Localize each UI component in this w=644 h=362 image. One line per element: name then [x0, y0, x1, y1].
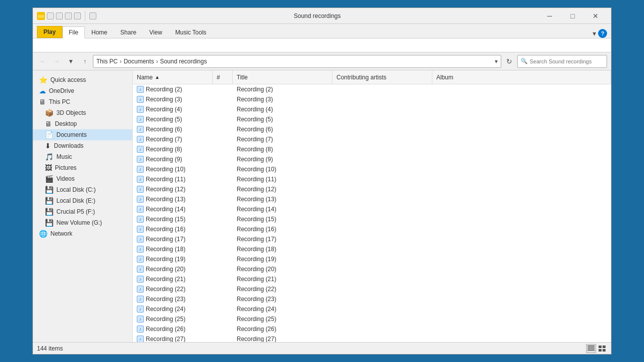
path-sound-recordings[interactable]: Sound recordings — [160, 58, 207, 65]
path-dropdown-arrow[interactable]: ▾ — [495, 58, 498, 65]
sidebar-item-onedrive[interactable]: ☁ OneDrive — [33, 85, 132, 96]
back-button[interactable]: ← — [37, 55, 49, 67]
address-path[interactable]: This PC › Documents › Sound recordings ▾ — [93, 55, 501, 68]
toolbar-icon-4[interactable] — [74, 12, 81, 19]
sidebar-item-downloads[interactable]: ⬇ Downloads — [33, 140, 132, 151]
recent-button[interactable]: ▼ — [65, 55, 77, 67]
toolbar-icon-3[interactable] — [65, 12, 72, 19]
sidebar-item-music[interactable]: 🎵 Music — [33, 151, 132, 162]
downloads-icon: ⬇ — [45, 142, 51, 150]
tab-share[interactable]: Share — [114, 26, 143, 38]
path-documents[interactable]: Documents — [124, 58, 154, 65]
table-row[interactable]: ♪ Recording (9) Recording (9) — [133, 154, 611, 164]
up-button[interactable]: ↑ — [79, 55, 91, 67]
table-row[interactable]: ♪ Recording (3) Recording (3) — [133, 94, 611, 104]
sidebar-item-local-e[interactable]: 💾 Local Disk (E:) — [33, 195, 132, 206]
table-row[interactable]: ♪ Recording (21) Recording (21) — [133, 274, 611, 284]
col-header-num[interactable]: # — [213, 70, 233, 84]
table-row[interactable]: ♪ Recording (22) Recording (22) — [133, 284, 611, 294]
music-file-icon: ♪ — [137, 226, 144, 233]
music-file-icon: ♪ — [137, 296, 144, 303]
ribbon-help-icon[interactable]: ? — [598, 29, 607, 38]
music-file-icon: ♪ — [137, 306, 144, 313]
forward-button[interactable]: → — [51, 55, 63, 67]
table-row[interactable]: ♪ Recording (16) Recording (16) — [133, 224, 611, 234]
onedrive-icon: ☁ — [39, 87, 46, 95]
toolbar-icon-5[interactable] — [89, 12, 96, 19]
music-file-icon: ♪ — [137, 336, 144, 342]
table-row[interactable]: ♪ Recording (27) Recording (27) — [133, 334, 611, 342]
sidebar-label-pictures: Pictures — [55, 164, 76, 171]
table-row[interactable]: ♪ Recording (20) Recording (20) — [133, 264, 611, 274]
details-view-button[interactable] — [586, 344, 596, 353]
table-row[interactable]: ♪ Recording (26) Recording (26) — [133, 324, 611, 334]
close-button[interactable]: ✕ — [584, 8, 607, 24]
tab-home[interactable]: Home — [85, 26, 114, 38]
ribbon-collapse-icon[interactable]: ▾ — [593, 29, 596, 37]
table-row[interactable]: ♪ Recording (14) Recording (14) — [133, 204, 611, 214]
sidebar-item-quick-access[interactable]: ⭐ Quick access — [33, 74, 132, 85]
music-file-icon: ♪ — [137, 276, 144, 283]
table-row[interactable]: ♪ Recording (2) Recording (2) — [133, 84, 611, 94]
tab-file[interactable]: File — [62, 26, 85, 38]
tab-music-tools[interactable]: Music Tools — [169, 26, 213, 38]
music-file-icon: ♪ — [137, 136, 144, 143]
table-row[interactable]: ♪ Recording (13) Recording (13) — [133, 194, 611, 204]
folder-icon-large — [37, 12, 45, 20]
sidebar-item-crucial-f[interactable]: 💾 Crucial P5 (F:) — [33, 206, 132, 217]
toolbar-icon-1[interactable] — [47, 12, 54, 19]
table-row[interactable]: ♪ Recording (19) Recording (19) — [133, 254, 611, 264]
sidebar-item-local-c[interactable]: 💾 Local Disk (C:) — [33, 184, 132, 195]
sidebar-item-3d-objects[interactable]: 📦 3D Objects — [33, 107, 132, 118]
search-box[interactable]: 🔍 — [517, 55, 607, 68]
music-file-icon: ♪ — [137, 286, 144, 293]
minimize-button[interactable]: ─ — [538, 8, 561, 24]
sidebar-item-videos[interactable]: 🎬 Videos — [33, 173, 132, 184]
sidebar-item-documents[interactable]: 📄 Documents — [33, 129, 132, 140]
sidebar-label-quick-access: Quick access — [50, 76, 86, 83]
sidebar-item-network[interactable]: 🌐 Network — [33, 228, 132, 239]
refresh-button[interactable]: ↻ — [503, 55, 515, 67]
title-bar-left — [37, 11, 96, 21]
sidebar-item-desktop[interactable]: 🖥 Desktop — [33, 118, 132, 129]
svg-rect-6 — [603, 349, 606, 352]
table-row[interactable]: ♪ Recording (5) Recording (5) — [133, 114, 611, 124]
window-controls: ─ □ ✕ — [538, 8, 607, 24]
col-header-artists[interactable]: Contributing artists — [332, 70, 432, 84]
table-row[interactable]: ♪ Recording (17) Recording (17) — [133, 234, 611, 244]
path-sep-1: › — [120, 58, 122, 65]
search-input[interactable] — [530, 58, 604, 64]
table-row[interactable]: ♪ Recording (25) Recording (25) — [133, 314, 611, 324]
sidebar-item-pictures[interactable]: 🖼 Pictures — [33, 162, 132, 173]
local-e-icon: 💾 — [45, 197, 53, 205]
table-row[interactable]: ♪ Recording (15) Recording (15) — [133, 214, 611, 224]
tab-view[interactable]: View — [143, 26, 169, 38]
table-row[interactable]: ♪ Recording (12) Recording (12) — [133, 184, 611, 194]
svg-rect-4 — [603, 346, 606, 348]
music-file-icon: ♪ — [137, 156, 144, 163]
path-this-pc[interactable]: This PC — [96, 58, 118, 65]
table-row[interactable]: ♪ Recording (23) Recording (23) — [133, 294, 611, 304]
table-row[interactable]: ♪ Recording (7) Recording (7) — [133, 134, 611, 144]
tab-play[interactable]: Play — [37, 26, 62, 38]
col-header-album[interactable]: Album — [432, 70, 611, 84]
sidebar-item-this-pc[interactable]: 🖥 This PC — [33, 96, 132, 107]
col-header-name[interactable]: Name ▲ — [133, 70, 213, 84]
large-icons-view-button[interactable] — [597, 344, 607, 353]
toolbar-icon-2[interactable] — [56, 12, 63, 19]
table-row[interactable]: ♪ Recording (11) Recording (11) — [133, 174, 611, 184]
sidebar: ⭐ Quick access ☁ OneDrive 🖥 This PC 📦 3D… — [33, 70, 133, 342]
table-row[interactable]: ♪ Recording (4) Recording (4) — [133, 104, 611, 114]
table-row[interactable]: ♪ Recording (10) Recording (10) — [133, 164, 611, 174]
file-list[interactable]: ♪ Recording (2) Recording (2) ♪ Recordin… — [133, 84, 611, 342]
sidebar-label-crucial-f: Crucial P5 (F:) — [56, 208, 95, 215]
table-row[interactable]: ♪ Recording (24) Recording (24) — [133, 304, 611, 314]
address-bar: ← → ▼ ↑ This PC › Documents › Sound reco… — [33, 52, 611, 70]
table-row[interactable]: ♪ Recording (8) Recording (8) — [133, 144, 611, 154]
sidebar-item-new-volume-g[interactable]: 💾 New Volume (G:) — [33, 217, 132, 228]
col-header-title[interactable]: Title — [233, 70, 332, 84]
table-row[interactable]: ♪ Recording (18) Recording (18) — [133, 244, 611, 254]
maximize-button[interactable]: □ — [561, 8, 584, 24]
table-row[interactable]: ♪ Recording (6) Recording (6) — [133, 124, 611, 134]
crucial-f-icon: 💾 — [45, 208, 53, 216]
